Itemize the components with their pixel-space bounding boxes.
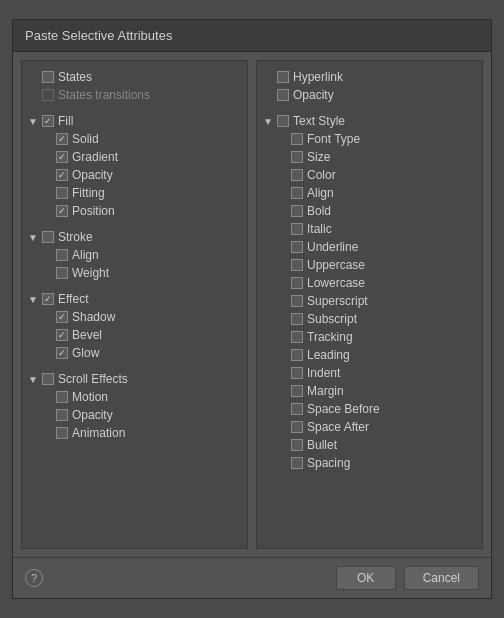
item-text-align[interactable]: Align [263,185,476,201]
item-text-space-before[interactable]: Space Before [263,401,476,417]
cancel-button[interactable]: Cancel [404,566,479,590]
item-fill[interactable]: ▼Fill [28,113,241,129]
label-scroll-opacity: Opacity [72,408,113,422]
item-effect[interactable]: ▼Effect [28,291,241,307]
item-scroll-animation[interactable]: Animation [28,425,241,441]
right-column: HyperlinkOpacity▼Text StyleFont TypeSize… [256,60,483,549]
item-fill-fitting[interactable]: Fitting [28,185,241,201]
checkbox-opacity[interactable] [277,89,289,101]
checkbox-fill-opacity[interactable] [56,169,68,181]
item-text-font-type[interactable]: Font Type [263,131,476,147]
checkbox-stroke-align[interactable] [56,249,68,261]
label-states: States [58,70,92,84]
checkbox-text-spacing[interactable] [291,457,303,469]
checkbox-scroll-animation[interactable] [56,427,68,439]
label-effect-shadow: Shadow [72,310,115,324]
checkbox-stroke[interactable] [42,231,54,243]
checkbox-text-bullet[interactable] [291,439,303,451]
item-fill-position[interactable]: Position [28,203,241,219]
triangle-fill: ▼ [28,116,38,127]
label-text-bold: Bold [307,204,331,218]
checkbox-text-leading[interactable] [291,349,303,361]
item-effect-glow[interactable]: Glow [28,345,241,361]
item-text-leading[interactable]: Leading [263,347,476,363]
item-fill-gradient[interactable]: Gradient [28,149,241,165]
help-button[interactable]: ? [25,569,43,587]
item-text-bold[interactable]: Bold [263,203,476,219]
checkbox-fill[interactable] [42,115,54,127]
label-text-uppercase: Uppercase [307,258,365,272]
item-text-indent[interactable]: Indent [263,365,476,381]
checkbox-fill-solid[interactable] [56,133,68,145]
checkbox-text-bold[interactable] [291,205,303,217]
item-hyperlink[interactable]: Hyperlink [263,69,476,85]
checkbox-text-underline[interactable] [291,241,303,253]
item-text-margin[interactable]: Margin [263,383,476,399]
item-text-lowercase[interactable]: Lowercase [263,275,476,291]
item-fill-solid[interactable]: Solid [28,131,241,147]
item-fill-opacity[interactable]: Opacity [28,167,241,183]
checkbox-text-lowercase[interactable] [291,277,303,289]
label-text-underline: Underline [307,240,358,254]
item-effect-bevel[interactable]: Bevel [28,327,241,343]
checkbox-hyperlink[interactable] [277,71,289,83]
item-scroll-effects[interactable]: ▼Scroll Effects [28,371,241,387]
checkbox-text-uppercase[interactable] [291,259,303,271]
item-text-uppercase[interactable]: Uppercase [263,257,476,273]
item-text-italic[interactable]: Italic [263,221,476,237]
ok-button[interactable]: OK [336,566,396,590]
item-text-tracking[interactable]: Tracking [263,329,476,345]
checkbox-effect-shadow[interactable] [56,311,68,323]
checkbox-scroll-opacity[interactable] [56,409,68,421]
item-effect-shadow[interactable]: Shadow [28,309,241,325]
checkbox-fill-position[interactable] [56,205,68,217]
label-text-margin: Margin [307,384,344,398]
checkbox-effect-glow[interactable] [56,347,68,359]
checkbox-text-italic[interactable] [291,223,303,235]
checkbox-fill-fitting[interactable] [56,187,68,199]
checkbox-text-superscript[interactable] [291,295,303,307]
checkbox-text-align[interactable] [291,187,303,199]
checkbox-effect[interactable] [42,293,54,305]
checkbox-scroll-motion[interactable] [56,391,68,403]
checkbox-text-space-after[interactable] [291,421,303,433]
checkbox-text-style[interactable] [277,115,289,127]
item-text-space-after[interactable]: Space After [263,419,476,435]
item-scroll-opacity[interactable]: Opacity [28,407,241,423]
checkbox-text-tracking[interactable] [291,331,303,343]
item-stroke-weight[interactable]: Weight [28,265,241,281]
left-column: StatesStates transitions▼FillSolidGradie… [21,60,248,549]
item-text-style[interactable]: ▼Text Style [263,113,476,129]
item-text-size[interactable]: Size [263,149,476,165]
item-scroll-motion[interactable]: Motion [28,389,241,405]
label-scroll-motion: Motion [72,390,108,404]
item-opacity[interactable]: Opacity [263,87,476,103]
checkbox-text-margin[interactable] [291,385,303,397]
label-text-bullet: Bullet [307,438,337,452]
label-text-space-after: Space After [307,420,369,434]
triangle-text-style: ▼ [263,116,273,127]
checkbox-stroke-weight[interactable] [56,267,68,279]
checkbox-effect-bevel[interactable] [56,329,68,341]
checkbox-states-transitions[interactable] [42,89,54,101]
checkbox-text-color[interactable] [291,169,303,181]
item-stroke[interactable]: ▼Stroke [28,229,241,245]
checkbox-scroll-effects[interactable] [42,373,54,385]
item-states-transitions[interactable]: States transitions [28,87,241,103]
checkbox-text-indent[interactable] [291,367,303,379]
item-text-superscript[interactable]: Superscript [263,293,476,309]
item-states[interactable]: States [28,69,241,85]
checkbox-fill-gradient[interactable] [56,151,68,163]
item-text-subscript[interactable]: Subscript [263,311,476,327]
checkbox-text-space-before[interactable] [291,403,303,415]
checkbox-text-subscript[interactable] [291,313,303,325]
checkbox-text-size[interactable] [291,151,303,163]
item-text-spacing[interactable]: Spacing [263,455,476,471]
item-stroke-align[interactable]: Align [28,247,241,263]
item-text-underline[interactable]: Underline [263,239,476,255]
item-text-bullet[interactable]: Bullet [263,437,476,453]
checkbox-text-font-type[interactable] [291,133,303,145]
label-text-subscript: Subscript [307,312,357,326]
checkbox-states[interactable] [42,71,54,83]
item-text-color[interactable]: Color [263,167,476,183]
